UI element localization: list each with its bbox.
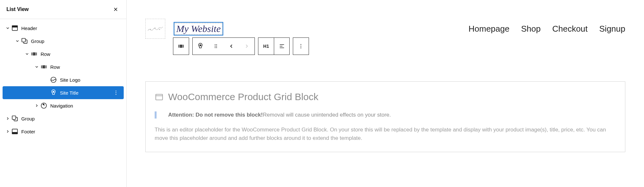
chevron-down-icon[interactable] [14,39,21,43]
tree-item-label: Row [41,51,122,57]
tree-item-label: Group [31,38,122,44]
close-panel-button[interactable] [111,5,120,14]
svg-point-6 [116,92,116,93]
nav-item-signup[interactable]: Signup [599,24,625,34]
tree-item-site-logo[interactable]: Site Logo [0,73,126,86]
tree-item-label: Row [50,64,122,70]
svg-point-24 [301,47,301,48]
row-block-icon [30,50,38,58]
site-title-block[interactable]: My Website [174,22,223,36]
more-options-button[interactable] [293,38,309,55]
svg-point-14 [159,29,160,30]
svg-point-18 [215,46,216,47]
toolbar-group-more [293,37,309,55]
svg-rect-25 [156,94,163,100]
tree-item-footer[interactable]: Footer [0,125,126,138]
tree-item-group[interactable]: Group [0,35,126,47]
heading-level-label: H1 [263,44,269,49]
tree-item-row-inner[interactable]: Row [0,60,126,73]
attention-bar-icon [155,111,157,119]
svg-point-4 [53,91,54,92]
attention-rest-text: Removal will cause unintended effects on… [263,112,391,118]
svg-point-13 [155,28,155,28]
toolbar-group-block [192,37,255,55]
row-block-icon [178,43,185,50]
group-block-icon [21,37,28,45]
tree-item-label: Footer [21,129,122,134]
svg-point-7 [116,94,116,95]
align-button[interactable] [274,38,289,55]
svg-rect-1 [12,26,18,27]
svg-point-19 [216,46,217,47]
navigation-block-icon [40,102,48,109]
site-title-text[interactable]: My Website [174,22,223,36]
tree-item-row[interactable]: Row [0,47,126,60]
nav-item-homepage[interactable]: Homepage [468,24,509,34]
move-left-button[interactable] [224,38,239,55]
svg-point-5 [116,91,116,91]
select-parent-row-button[interactable] [173,38,189,55]
navigation-block[interactable]: Homepage Shop Checkout Signup [468,24,625,34]
site-logo-icon [50,76,57,84]
toolbar-group-heading: H1 [258,37,290,55]
row-block-icon [40,63,48,71]
chevron-down-icon[interactable] [5,26,11,30]
svg-point-21 [216,47,217,48]
more-vertical-icon [298,43,304,49]
svg-point-15 [200,45,201,46]
nav-item-checkout[interactable]: Checkout [552,24,588,34]
tree-item-label: Site Title [60,90,112,96]
heading-level-button[interactable]: H1 [258,38,274,55]
header-block-icon [11,24,19,32]
tree-item-navigation[interactable]: Navigation [0,99,126,112]
tree-item-options-button[interactable] [112,89,120,97]
svg-point-17 [216,44,217,45]
placeholder-title-text: WooCommerce Product Grid Block [168,91,318,102]
svg-point-20 [215,47,216,48]
site-title-icon [197,43,204,50]
tree-item-label: Navigation [50,103,122,109]
attention-notice: Attention: Do not remove this block! Rem… [155,111,616,119]
block-toolbar: H1 [173,37,309,55]
svg-point-22 [301,44,301,45]
drag-handle-button[interactable] [208,38,224,55]
logo-placeholder-icon [147,25,163,33]
block-type-button[interactable] [193,38,208,55]
tree-item-label: Group [21,116,122,121]
tree-item-group-2[interactable]: Group [0,112,126,125]
nav-item-shop[interactable]: Shop [521,24,541,34]
editor-canvas[interactable]: My Website [127,0,644,187]
list-view-title: List View [6,6,29,12]
svg-point-16 [215,44,216,45]
move-right-button[interactable] [239,38,255,55]
chevron-down-icon[interactable] [34,65,40,69]
chevron-right-icon [244,43,250,49]
header-block[interactable]: My Website [145,19,625,39]
list-view-header: List View [0,0,126,19]
chevron-down-icon[interactable] [24,52,30,56]
close-icon [113,6,119,12]
drag-handle-icon [213,43,219,49]
tree-item-label: Header [21,26,122,31]
chevron-left-icon [228,43,234,49]
align-left-icon [279,43,285,49]
toolbar-group-parent [173,37,189,55]
tree-item-label: Site Logo [60,77,122,83]
site-title-icon [50,89,57,97]
tree-item-header[interactable]: Header [0,22,126,35]
attention-strong-text: Attention: Do not remove this block! [168,112,263,118]
product-grid-placeholder-block[interactable]: WooCommerce Product Grid Block Attention… [145,81,625,152]
site-logo-placeholder[interactable] [145,19,165,39]
product-grid-icon [155,92,164,101]
chevron-right-icon[interactable] [34,103,40,108]
chevron-right-icon[interactable] [5,129,11,134]
svg-point-23 [301,46,301,47]
list-view-panel: List View Header Group Row Row [0,0,127,187]
svg-rect-9 [12,116,16,119]
chevron-right-icon[interactable] [5,116,11,121]
tree-item-site-title[interactable]: Site Title [3,86,124,99]
group-block-icon [11,115,19,122]
placeholder-title-row: WooCommerce Product Grid Block [155,91,616,102]
svg-rect-2 [22,38,25,42]
footer-block-icon [11,128,19,135]
